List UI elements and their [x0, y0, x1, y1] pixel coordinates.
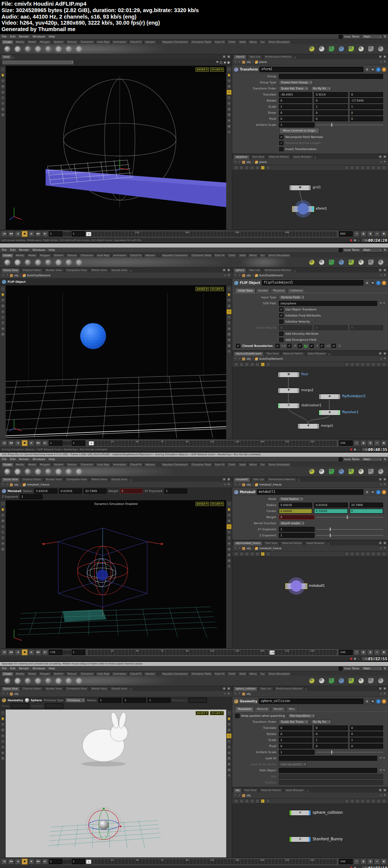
- tool-icon[interactable]: ✦: [227, 130, 232, 135]
- dropdown-scale-rot-trans[interactable]: Scale Rot Trans▾: [279, 86, 309, 91]
- path-chooser-icons[interactable]: ↵ ⌖: [380, 768, 385, 772]
- back-arrow-icon[interactable]: ↰: [234, 692, 237, 696]
- pane-tab-material-palette[interactable]: Material Palette: [281, 351, 305, 356]
- step-back-button[interactable]: ◀: [15, 231, 21, 237]
- network-tool-icon[interactable]: [255, 552, 260, 556]
- tool-icon[interactable]: ⟳: [0, 78, 5, 83]
- tool-icon[interactable]: ⊕: [227, 541, 232, 546]
- tool-icon[interactable]: ⚲: [0, 101, 5, 106]
- network-tool-icon[interactable]: [361, 362, 365, 367]
- checkbox-closed-boundaries[interactable]: ✓: [236, 344, 240, 348]
- playbar-toggle-icon[interactable]: [67, 232, 71, 236]
- checkbox-add-divergence-field[interactable]: [279, 338, 283, 342]
- network-tool-icon[interactable]: [361, 799, 365, 803]
- tool-icon[interactable]: ⚲: [0, 745, 5, 750]
- tool-icon[interactable]: ◎: [0, 733, 5, 738]
- shelf-tool-icon[interactable]: [56, 469, 61, 475]
- shelf-tab-polygon[interactable]: Polygon: [38, 462, 52, 467]
- shelf-tab-model[interactable]: Model: [27, 253, 38, 257]
- network-tool-icon[interactable]: [239, 362, 244, 367]
- pane-tab-take-list[interactable]: Take List: [247, 268, 262, 273]
- tool-icon[interactable]: ✎: [227, 530, 232, 535]
- shelf-tab-populate-containers[interactable]: Populate Containers: [161, 672, 189, 676]
- pane-tab-scene-view[interactable]: Scene View: [1, 686, 20, 691]
- playbar-option-icon[interactable]: ◨: [367, 859, 373, 865]
- shelf-tab-modify[interactable]: Modify: [14, 40, 26, 44]
- chevron-down-icon[interactable]: ▾: [224, 692, 226, 696]
- pane-tab-composite-view[interactable]: Composite View: [64, 477, 89, 482]
- tool-icon[interactable]: ▤: [227, 768, 232, 772]
- shelf-tool-icon[interactable]: [66, 469, 72, 475]
- tool-icon[interactable]: ☰: [0, 332, 5, 337]
- shelf-tool-icon[interactable]: [66, 678, 72, 684]
- add-tab-icon[interactable]: ○: [294, 269, 296, 273]
- add-tab-icon[interactable]: ○: [130, 479, 132, 482]
- playhead[interactable]: 1: [86, 232, 91, 237]
- pane-tab-obj-plane[interactable]: obj/plane: [233, 155, 250, 159]
- value-field[interactable]: 0: [350, 110, 383, 115]
- network-tool-icon[interactable]: [255, 362, 260, 367]
- end-frame-field[interactable]: 240: [339, 440, 353, 446]
- network-tool-icon[interactable]: [234, 799, 238, 803]
- shelf-tab-wires[interactable]: Wires: [248, 253, 258, 257]
- shelf-tab-volume[interactable]: Volume: [144, 253, 157, 257]
- tool-icon[interactable]: ☰: [227, 756, 232, 761]
- play-button[interactable]: ▶: [28, 859, 34, 865]
- tool-icon[interactable]: ⚲: [227, 101, 232, 106]
- network-tool-icon[interactable]: [361, 552, 365, 556]
- menu-render[interactable]: Render: [19, 667, 29, 670]
- network-tool-icon[interactable]: [266, 362, 270, 367]
- shelf-tab-character[interactable]: Character: [79, 672, 95, 676]
- message-log-icon[interactable]: [354, 867, 356, 868]
- pane-tab-take-list[interactable]: Take List: [251, 477, 266, 482]
- pane-tab-take-list[interactable]: Take List: [258, 686, 273, 691]
- pin-flag-icon[interactable]: ⚑: [383, 692, 386, 696]
- forward-arrow-icon[interactable]: ↱: [238, 794, 241, 797]
- folder-tab-guides[interactable]: Guides: [256, 288, 271, 293]
- tool-icon[interactable]: ☰: [0, 756, 5, 761]
- tool-icon[interactable]: ☰: [227, 113, 232, 118]
- pane-menu-icon[interactable]: ●: [227, 55, 231, 59]
- chevron-down-icon[interactable]: ▾: [224, 274, 226, 277]
- shelf-tab-modify[interactable]: Modify: [14, 672, 26, 676]
- shelf-tool-icon[interactable]: [76, 678, 82, 684]
- folder-tab-render[interactable]: Render: [271, 707, 286, 711]
- shelf-tab-animation[interactable]: Animation: [111, 462, 128, 467]
- tool-icon[interactable]: ✦: [227, 349, 232, 354]
- tool-icon[interactable]: ⊞: [227, 519, 232, 523]
- menu-help[interactable]: Help: [48, 248, 55, 252]
- tool-icon[interactable]: ✎: [227, 96, 232, 100]
- shelf-tab-animation[interactable]: Animation: [111, 40, 128, 44]
- node-stanford-bunny[interactable]: ◍Stanford_Bunny: [289, 837, 343, 841]
- breadcrumb-plane[interactable]: plane: [255, 160, 267, 164]
- environment-light-icon[interactable]: [309, 469, 314, 474]
- node-sphere-collision[interactable]: ◍sphere_collision: [289, 810, 343, 815]
- network-tool-icon[interactable]: [266, 552, 270, 556]
- pane-tab-details-view[interactable]: Details View: [110, 268, 130, 273]
- network-tool-icon[interactable]: [261, 166, 265, 170]
- tool-icon[interactable]: ❖: [227, 118, 232, 123]
- node-grid1[interactable]: ▦grid1: [289, 185, 321, 190]
- view-toolbar-icons[interactable]: ⚑ ◫ ◉ ▣: [216, 61, 230, 64]
- breadcrumb-obj[interactable]: obj: [242, 692, 250, 696]
- playhead[interactable]: 4: [88, 441, 94, 446]
- timeline-ruler[interactable]: 244872961201441681922161: [87, 859, 338, 865]
- breadcrumb-obj[interactable]: obj: [10, 483, 18, 486]
- network-tool-icon[interactable]: [350, 166, 354, 170]
- playhead[interactable]: 178: [269, 650, 275, 655]
- tool-icon[interactable]: ▤: [227, 558, 232, 563]
- shelf-tool-icon[interactable]: [45, 260, 51, 265]
- maximize-pane-icon[interactable]: ▣: [378, 541, 382, 545]
- shelf-tab-fur[interactable]: Fur: [259, 462, 266, 467]
- back-arrow-icon[interactable]: ↰: [234, 357, 237, 360]
- badge-persp1[interactable]: persp1 ▾: [196, 711, 209, 715]
- tool-icon[interactable]: ◎: [227, 733, 232, 738]
- network-tool-icon[interactable]: [261, 362, 265, 367]
- jump-end-button[interactable]: ▶|: [42, 440, 48, 446]
- take-selector[interactable]: Main▾: [361, 457, 382, 462]
- gi-light-icon[interactable]: [329, 46, 334, 52]
- switcher-icon[interactable]: [378, 678, 383, 683]
- tool-icon[interactable]: ✦: [227, 773, 232, 778]
- prev-key-button[interactable]: ◀◀: [8, 231, 14, 237]
- stereo-camera-icon[interactable]: [368, 260, 374, 265]
